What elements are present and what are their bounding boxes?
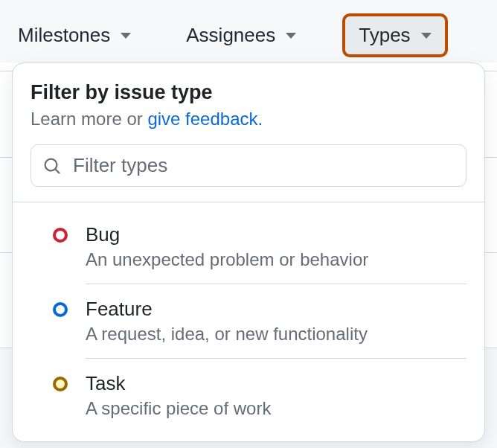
type-content: Bug An unexpected problem or behavior — [86, 223, 466, 284]
assignees-label: Assignees — [186, 24, 275, 47]
bug-circle-icon — [53, 228, 68, 243]
type-item-task[interactable]: Task A specific piece of work — [13, 359, 484, 432]
panel-header: Filter by issue type Learn more or give … — [13, 81, 484, 144]
subtitle-prefix: Learn more or — [31, 109, 147, 129]
type-list: Bug An unexpected problem or behavior Fe… — [13, 202, 484, 432]
type-description: A specific piece of work — [86, 398, 466, 419]
type-description: A request, idea, or new functionality — [86, 324, 466, 345]
search-input[interactable] — [73, 154, 454, 177]
milestones-label: Milestones — [18, 24, 110, 47]
caret-down-icon — [421, 33, 432, 39]
type-item-bug[interactable]: Bug An unexpected problem or behavior — [13, 210, 484, 284]
panel-title: Filter by issue type — [31, 81, 466, 104]
assignees-filter[interactable]: Assignees — [177, 19, 305, 51]
milestones-filter[interactable]: Milestones — [9, 19, 140, 51]
type-content: Task A specific piece of work — [86, 372, 466, 432]
feature-circle-icon — [53, 302, 68, 317]
type-content: Feature A request, idea, or new function… — [86, 298, 466, 359]
caret-down-icon — [286, 33, 296, 39]
type-name: Task — [86, 372, 466, 395]
type-name: Feature — [86, 298, 466, 321]
filter-bar: Milestones Assignees Types — [0, 0, 497, 71]
feedback-link[interactable]: give feedback. — [147, 109, 263, 129]
types-filter[interactable]: Types — [342, 13, 447, 57]
search-container — [13, 144, 484, 202]
search-icon — [43, 157, 61, 175]
task-circle-icon — [53, 377, 68, 391]
types-dropdown-panel: Filter by issue type Learn more or give … — [12, 63, 485, 442]
type-description: An unexpected problem or behavior — [86, 249, 466, 270]
type-item-feature[interactable]: Feature A request, idea, or new function… — [13, 284, 484, 359]
search-box[interactable] — [31, 144, 466, 187]
caret-down-icon — [121, 33, 131, 39]
type-name: Bug — [86, 223, 466, 246]
panel-subtitle: Learn more or give feedback. — [31, 109, 466, 129]
types-label: Types — [359, 24, 410, 47]
